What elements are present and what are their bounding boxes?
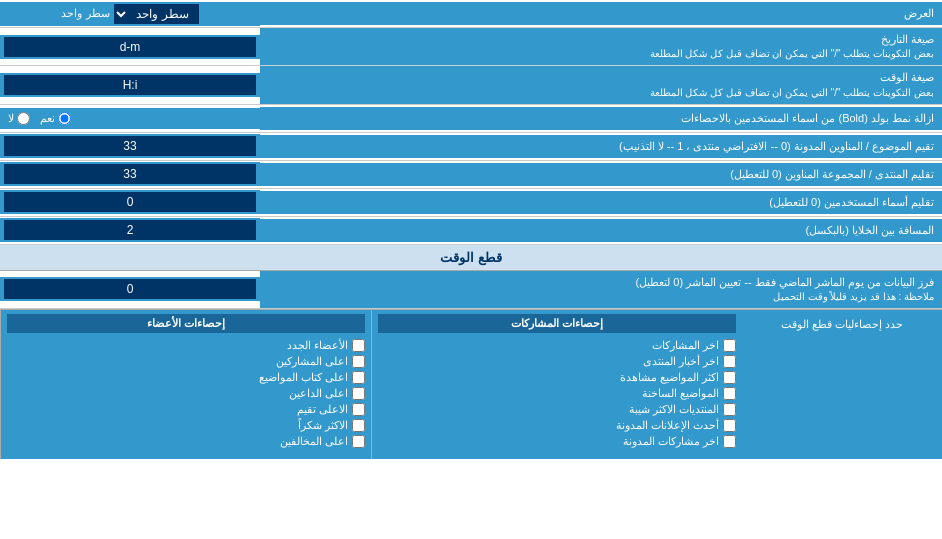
forum-group-row: تقليم المنتدى / المجموعة المناوين (0 للت… (0, 161, 942, 189)
single-line-select[interactable]: سطر واحد سطرين ثلاثة أسطر (114, 4, 199, 24)
user-names-row: تقليم أسماء المستخدمين (0 للتعطيل) (0, 189, 942, 217)
bold-remove-row: ازالة نمط بولد (Bold) من اسماء المستخدمي… (0, 105, 942, 133)
check-last-blog-posts[interactable] (723, 435, 736, 448)
check-item-1: اخر المشاركات (378, 339, 736, 352)
check-item-m5: الاعلى تقيم (7, 403, 365, 416)
check-item-2: اخر أخبار المنتدى (378, 355, 736, 368)
check-forum-news[interactable] (723, 355, 736, 368)
cutoff-data-input[interactable] (4, 279, 256, 299)
cutoff-data-label: فرز البيانات من يوم الماشر الماضي فقط --… (260, 271, 942, 308)
check-item-m2: اعلى المشاركين (7, 355, 365, 368)
check-top-topic-writers[interactable] (352, 371, 365, 384)
check-last-posts[interactable] (723, 339, 736, 352)
check-item-5: المنتديات الاكثر شيبة (378, 403, 736, 416)
stats-label: حدد إحصاءليات قطع الوقت (781, 318, 903, 331)
time-format-input-cell (0, 73, 260, 97)
check-top-rated[interactable] (352, 403, 365, 416)
check-new-members[interactable] (352, 339, 365, 352)
check-item-m3: اعلى كتاب المواضيع (7, 371, 365, 384)
display-row: العرض سطر واحد سطرين ثلاثة أسطر سطر واحد (0, 0, 942, 28)
bold-no-radio[interactable] (17, 112, 30, 125)
forum-group-label: تقليم المنتدى / المجموعة المناوين (0 للت… (260, 163, 942, 186)
time-format-label: صيغة الوقت بعض التكوينات يتطلب "/" التي … (260, 66, 942, 103)
spacing-row: المسافة بين الخلايا (بالبكسل) (0, 217, 942, 245)
check-hot-topics[interactable] (723, 387, 736, 400)
cutoff-data-input-cell (0, 277, 260, 301)
user-names-label: تقليم أسماء المستخدمين (0 للتعطيل) (260, 191, 942, 214)
date-format-input-cell (0, 35, 260, 59)
check-item-6: أحدث الإعلانات المدونة (378, 419, 736, 432)
participation-stats-header: إحصاءات المشاركات (378, 314, 736, 333)
forum-group-input[interactable] (4, 164, 256, 184)
check-item-3: اكثر المواضيع مشاهدة (378, 371, 736, 384)
participation-stats-group: إحصاءات المشاركات اخر المشاركات اخر أخبا… (371, 310, 742, 459)
forum-topic-row: تقيم الموضوع / المناوين المدونة (0 -- ال… (0, 133, 942, 161)
spacing-input-cell (0, 218, 260, 242)
single-line-select-cell[interactable]: سطر واحد سطرين ثلاثة أسطر سطر واحد (0, 2, 260, 26)
date-format-label: صيغة التاريخ بعض التكوينات يتطلب "/" الت… (260, 28, 942, 65)
checkboxes-section: حدد إحصاءليات قطع الوقت إحصاءات المشاركا… (0, 309, 942, 459)
display-label: العرض (260, 2, 942, 25)
check-item-m7: اعلى المخالفين (7, 435, 365, 448)
single-line-label: سطر واحد (61, 7, 109, 20)
check-item-m4: اعلى الداعين (7, 387, 365, 400)
check-most-forums[interactable] (723, 403, 736, 416)
spacing-input[interactable] (4, 220, 256, 240)
cutoff-section-header: قطع الوقت (0, 245, 942, 271)
check-item-m6: الاكثر شكراً (7, 419, 365, 432)
bold-remove-label: ازالة نمط بولد (Bold) من اسماء المستخدمي… (260, 107, 942, 130)
bold-no-label[interactable]: لا (8, 112, 30, 125)
bold-yes-label[interactable]: نعم (40, 112, 71, 125)
check-top-inviters[interactable] (352, 387, 365, 400)
date-format-row: صيغة التاريخ بعض التكوينات يتطلب "/" الت… (0, 28, 942, 66)
check-item-4: المواضيع الساخنة (378, 387, 736, 400)
forum-topic-input-cell (0, 134, 260, 158)
date-format-input[interactable] (4, 37, 256, 57)
cutoff-data-row: فرز البيانات من يوم الماشر الماضي فقط --… (0, 271, 942, 309)
check-top-posters[interactable] (352, 355, 365, 368)
time-format-row: صيغة الوقت بعض التكوينات يتطلب "/" التي … (0, 66, 942, 104)
time-format-input[interactable] (4, 75, 256, 95)
stats-label-cell: حدد إحصاءليات قطع الوقت (742, 310, 942, 459)
members-stats-group: إحصاءات الأعضاء الأعضاء الجدد اعلى المشا… (0, 310, 371, 459)
check-item-7: اخر مشاركات المدونة (378, 435, 736, 448)
bold-yes-radio[interactable] (58, 112, 71, 125)
members-stats-header: إحصاءات الأعضاء (7, 314, 365, 333)
spacing-label: المسافة بين الخلايا (بالبكسل) (260, 219, 942, 242)
check-latest-ads[interactable] (723, 419, 736, 432)
forum-group-input-cell (0, 162, 260, 186)
forum-topic-input[interactable] (4, 136, 256, 156)
check-most-viewed[interactable] (723, 371, 736, 384)
bold-remove-radio-cell: نعم لا (0, 108, 260, 129)
user-names-input[interactable] (4, 192, 256, 212)
forum-topic-label: تقيم الموضوع / المناوين المدونة (0 -- ال… (260, 135, 942, 158)
check-most-thankful[interactable] (352, 419, 365, 432)
check-item-m1: الأعضاء الجدد (7, 339, 365, 352)
check-top-violators[interactable] (352, 435, 365, 448)
user-names-input-cell (0, 190, 260, 214)
